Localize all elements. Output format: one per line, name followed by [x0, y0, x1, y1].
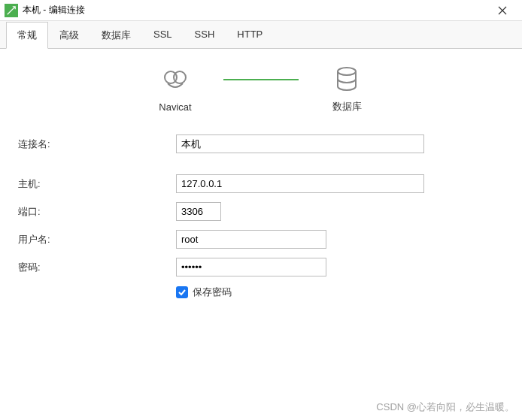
input-host[interactable] [176, 174, 424, 193]
diagram-db-label: 数据库 [332, 100, 362, 113]
label-username: 用户名: [18, 233, 176, 246]
row-connection-name: 连接名: [18, 134, 504, 153]
diagram-client-node: Navicat [130, 65, 220, 113]
diagram-db-node: 数据库 [302, 64, 392, 113]
svg-point-1 [174, 71, 186, 83]
close-button[interactable] [487, 0, 517, 21]
checkbox-save-password[interactable] [176, 286, 188, 298]
app-icon [5, 4, 18, 17]
input-port[interactable] [176, 202, 221, 221]
navicat-icon [160, 65, 190, 95]
input-username[interactable] [176, 230, 326, 249]
label-password: 密码: [18, 261, 176, 274]
connection-diagram: Navicat 数据库 [18, 64, 504, 113]
tab-http[interactable]: HTTP [226, 22, 274, 49]
watermark: CSDN @心若向阳，必生温暖。 [376, 400, 514, 414]
label-host: 主机: [18, 177, 176, 191]
diagram-connection-line [223, 79, 299, 80]
svg-point-2 [338, 68, 356, 75]
input-connection-name[interactable] [176, 134, 424, 153]
database-icon [332, 64, 362, 94]
titlebar: 本机 - 编辑连接 [0, 0, 522, 21]
row-username: 用户名: [18, 230, 504, 249]
row-password: 密码: [18, 258, 504, 276]
tab-database[interactable]: 数据库 [90, 22, 142, 49]
label-save-password[interactable]: 保存密码 [193, 286, 232, 299]
tab-bar: 常规 高级 数据库 SSL SSH HTTP [0, 21, 522, 49]
row-host: 主机: [18, 174, 504, 193]
tab-content: Navicat 数据库 连接名: 主机: 端口: 用户名: 密码: [0, 49, 522, 314]
tab-general[interactable]: 常规 [6, 22, 48, 49]
row-save-password: 保存密码 [176, 286, 504, 299]
input-password[interactable] [176, 258, 326, 276]
label-connection-name: 连接名: [18, 137, 176, 151]
tab-ssh[interactable]: SSH [184, 22, 226, 49]
tab-advanced[interactable]: 高级 [48, 22, 90, 49]
row-port: 端口: [18, 202, 504, 221]
diagram-client-label: Navicat [159, 101, 191, 113]
tab-ssl[interactable]: SSL [142, 22, 184, 49]
label-port: 端口: [18, 205, 176, 219]
window-title: 本机 - 编辑连接 [23, 4, 487, 17]
